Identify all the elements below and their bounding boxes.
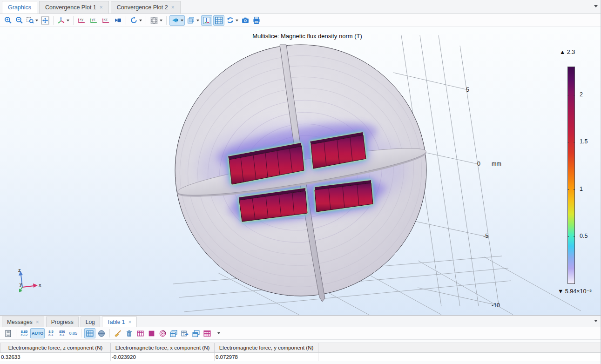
rotate-icon xyxy=(130,16,138,24)
tab-convergence-plot-2[interactable]: Convergence Plot 2 × xyxy=(111,1,181,13)
precision-label: e-1 xyxy=(59,333,65,337)
auto-label: AUTO xyxy=(32,331,43,336)
toolbar-separator xyxy=(109,329,110,337)
colorbar-tick-label: 1.5 xyxy=(580,138,587,145)
go-to-xz-view-button[interactable]: xz xyxy=(101,15,112,26)
information-panel: Messages × Progress Log Table 1 × 8.85e-… xyxy=(0,315,601,364)
column-header[interactable]: Electromagnetic force, z component (N) xyxy=(0,343,111,353)
precision-label: e-12 xyxy=(20,333,27,337)
transparency-button[interactable] xyxy=(186,15,200,26)
graphics-toolbar: xy yz xz xyxy=(0,14,601,27)
xy-view-icon: xy xyxy=(77,16,87,24)
duplicate-table-button[interactable] xyxy=(191,328,201,338)
table-header-row: Electromagnetic force, z component (N) E… xyxy=(0,343,601,353)
scene-light-button[interactable] xyxy=(169,15,185,26)
close-icon[interactable]: × xyxy=(171,5,175,10)
colorbar-tick xyxy=(574,189,575,190)
display-settings-button[interactable] xyxy=(3,328,13,338)
more-button[interactable] xyxy=(213,328,223,338)
tab-messages[interactable]: Messages × xyxy=(2,317,44,327)
table-cell[interactable]: 0.072978 xyxy=(215,353,318,361)
show-grid-button[interactable] xyxy=(213,15,224,26)
image-snapshot-button[interactable] xyxy=(240,15,250,26)
default-view-button[interactable] xyxy=(113,15,123,26)
camera-icon xyxy=(241,16,250,24)
toolbar-separator xyxy=(53,16,54,25)
triad-z-label: z xyxy=(18,267,21,273)
scientific-notation-button[interactable]: 8.5e-1 xyxy=(46,328,56,338)
precision-label: 0.85 xyxy=(69,331,78,336)
table-properties-button[interactable] xyxy=(135,328,145,338)
table-cell-filler xyxy=(318,353,601,361)
duplicate-table-icon xyxy=(192,330,200,337)
chevron-down-icon xyxy=(181,20,183,21)
full-view-button[interactable] xyxy=(96,328,107,338)
engineering-notation-button[interactable]: 850e-1 xyxy=(57,328,67,338)
colorbar-tick xyxy=(574,95,575,95)
color-button[interactable] xyxy=(146,328,156,338)
plot-table-button[interactable] xyxy=(157,328,168,338)
axis-tick-0: 0 xyxy=(477,161,480,167)
tab-table-1[interactable]: Table 1 × xyxy=(102,317,137,327)
camera-view-icon xyxy=(114,16,122,24)
zoom-box-button[interactable] xyxy=(25,15,39,26)
yz-view-icon: yz xyxy=(89,16,99,24)
brush-icon xyxy=(114,330,122,337)
clear-table-button[interactable] xyxy=(113,328,123,338)
table-format-button[interactable] xyxy=(202,328,212,338)
tab-progress[interactable]: Progress xyxy=(46,317,79,327)
svg-text:yz: yz xyxy=(92,17,95,21)
full-precision-button[interactable]: 8.85e-12 xyxy=(19,328,29,338)
graphics-canvas[interactable]: Multislice: Magnetic flux density norm (… xyxy=(0,27,601,315)
rotate-button[interactable] xyxy=(129,15,143,26)
tab-graphics[interactable]: Graphics xyxy=(2,1,37,13)
toolbar-separator xyxy=(16,329,16,337)
colorbar-tick-label: 1 xyxy=(580,186,583,192)
chevron-down-icon[interactable] xyxy=(594,5,598,7)
colorbar-tick xyxy=(567,189,569,190)
chevron-down-icon xyxy=(196,20,199,21)
column-header[interactable]: Electromagnetic force, y component (N) xyxy=(215,343,318,353)
chevron-down-icon xyxy=(67,20,69,21)
tab-label: Log xyxy=(86,319,95,325)
export-table-button[interactable] xyxy=(180,328,190,338)
close-icon[interactable]: × xyxy=(128,319,131,325)
table-cell[interactable]: 0.32633 xyxy=(0,353,111,361)
tab-log[interactable]: Log xyxy=(81,317,100,327)
close-icon[interactable]: × xyxy=(36,319,39,325)
chevron-down-icon[interactable] xyxy=(594,320,598,322)
show-axis-orientation-button[interactable] xyxy=(201,15,212,26)
tab-convergence-plot-1[interactable]: Convergence Plot 1 × xyxy=(39,1,109,13)
copy-table-button[interactable] xyxy=(169,328,179,338)
axis-tick-neg10: -10 xyxy=(492,302,500,309)
3d-scene xyxy=(0,27,601,315)
delete-button[interactable] xyxy=(124,328,134,338)
trash-icon xyxy=(125,330,133,337)
svg-text:xy: xy xyxy=(80,17,83,21)
table-view-button[interactable] xyxy=(84,328,95,338)
zoom-out-button[interactable] xyxy=(14,15,24,26)
x-axis-arrow xyxy=(33,283,38,288)
zoom-extents-button[interactable] xyxy=(40,15,50,26)
table-row[interactable]: 0.32633 -0.023920 0.072978 xyxy=(0,353,601,361)
close-icon[interactable]: × xyxy=(100,5,103,10)
decimal-notation-button[interactable]: 0.85 xyxy=(68,328,78,338)
view-orientation-button[interactable] xyxy=(56,15,70,26)
panel-tab-bar: Messages × Progress Log Table 1 × xyxy=(0,316,601,327)
print-button[interactable] xyxy=(251,15,262,26)
zoom-in-button[interactable] xyxy=(3,15,13,26)
axis-orientation-icon xyxy=(57,16,65,24)
graphics-tab-bar: Graphics Convergence Plot 1 × Convergenc… xyxy=(0,0,601,14)
go-to-xy-view-button[interactable]: xy xyxy=(76,15,88,26)
printer-icon xyxy=(252,16,261,24)
colorbar xyxy=(567,67,575,284)
table-cell[interactable]: -0.023920 xyxy=(111,353,215,361)
svg-text:xz: xz xyxy=(104,17,108,21)
scene-button[interactable] xyxy=(149,15,163,26)
update-button[interactable] xyxy=(225,15,239,26)
automatic-notation-button[interactable]: AUTO xyxy=(30,328,45,338)
chevron-down-icon xyxy=(139,20,142,21)
go-to-yz-view-button[interactable]: yz xyxy=(88,15,100,26)
column-header[interactable]: Electromagnetic force, x component (N) xyxy=(111,343,215,353)
tab-label: Messages xyxy=(7,319,33,325)
